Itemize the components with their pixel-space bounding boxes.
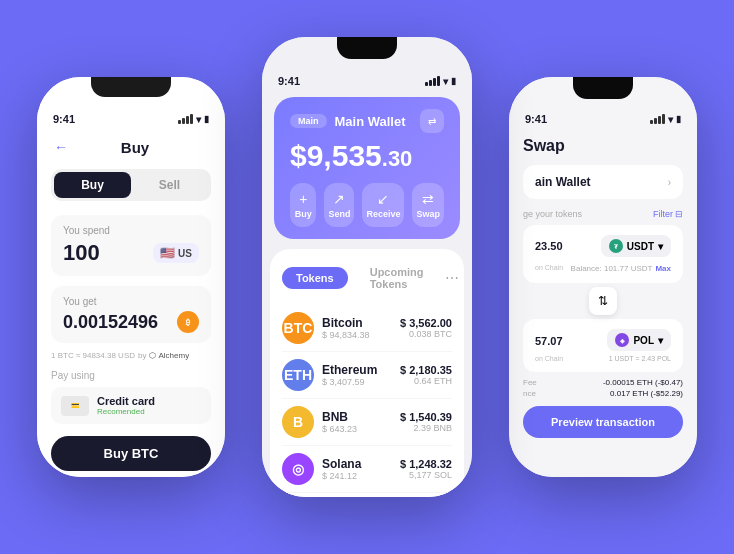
preview-transaction-button[interactable]: Preview transaction	[523, 406, 683, 438]
center-battery-icon: ▮	[451, 76, 456, 86]
upcoming-tab[interactable]: Upcoming Tokens	[356, 261, 438, 295]
swap-wallet-name: ain Wallet	[535, 175, 591, 189]
sell-tab[interactable]: Sell	[131, 172, 208, 198]
token-usd: $ 1,540.39	[400, 411, 452, 423]
buy-header: ← Buy	[37, 129, 225, 169]
action-send-button[interactable]: ↗ Send	[324, 183, 354, 227]
flag-icon: 🇺🇸	[160, 246, 175, 260]
right-wifi-icon: ▾	[668, 114, 673, 125]
from-bottom-row: on Chain Balance: 101.77 USDT Max	[535, 261, 671, 273]
balance-display: $9,535.30	[290, 139, 444, 173]
plus-icon: +	[294, 191, 312, 207]
buy-tab[interactable]: Buy	[54, 172, 131, 198]
from-input-top: 23.50 ₮ USDT ▾	[535, 235, 671, 257]
spend-section: You spend 100 🇺🇸 US	[51, 215, 211, 276]
max-button[interactable]: Max	[655, 264, 671, 273]
signal-icon	[178, 114, 193, 124]
token-name: Ethereum	[322, 363, 400, 377]
rate-text: 1 BTC ≈ 94834.38 USD	[51, 351, 135, 360]
left-notch	[91, 77, 171, 97]
buy-btc-button[interactable]: Buy BTC	[51, 436, 211, 471]
to-token-select[interactable]: ◈ POL ▾	[607, 329, 671, 351]
receive-icon: ↙	[366, 191, 400, 207]
wallet-name: Main Wallet	[335, 114, 420, 129]
token-info: Ethereum $ 3,407.59	[322, 363, 400, 387]
pay-card[interactable]: 💳 Credit card Recomended	[51, 387, 211, 424]
to-on-chain-label: on Chain	[535, 355, 563, 362]
token-info: Solana $ 241.12	[322, 457, 400, 481]
swap-wallet-row[interactable]: ain Wallet ›	[523, 165, 683, 199]
wifi-icon: ▾	[196, 114, 201, 125]
tokens-tab[interactable]: Tokens	[282, 267, 348, 289]
more-options-button[interactable]: ⋯	[445, 270, 459, 286]
token-amount: 0.038 BTC	[400, 329, 452, 339]
from-amount: 23.50	[535, 240, 563, 252]
fee-label: Fee	[523, 378, 537, 387]
right-status-bar: 9:41 ▾ ▮	[509, 105, 697, 129]
action-buy-button[interactable]: + Buy	[290, 183, 316, 227]
left-time: 9:41	[53, 113, 75, 125]
wallet-swap-icon[interactable]: ⇄	[420, 109, 444, 133]
swap-fee-info: Fee -0.00015 ETH (-$0.47) nce 0.017 ETH …	[523, 378, 683, 398]
right-time: 9:41	[525, 113, 547, 125]
token-list-item[interactable]: ETH Ethereum $ 3,407.59 $ 2,180.35 0.64 …	[282, 352, 452, 399]
swap-title: Swap	[509, 129, 697, 165]
token-name: Bitcoin	[322, 316, 400, 330]
token-amount: 0.64 ETH	[400, 376, 452, 386]
swap-phone: 9:41 ▾ ▮ Swap ain Wallet ›	[509, 77, 697, 477]
difference-value: 0.017 ETH (-$52.29)	[610, 389, 683, 398]
right-status-icons: ▾ ▮	[650, 114, 681, 125]
center-notch	[337, 37, 397, 59]
buy-title: Buy	[79, 139, 191, 156]
to-token-box: 57.07 ◈ POL ▾ on Chain 1 USDT = 2.43 POL	[523, 319, 683, 372]
provider-name: Alchemy	[158, 351, 189, 360]
token-name: BNB	[322, 410, 400, 424]
usdt-dot: ₮	[609, 239, 623, 253]
token-info: Bitcoin $ 94,834.38	[322, 316, 400, 340]
filter-button[interactable]: Filter ⊟	[653, 209, 683, 219]
to-chevron-icon: ▾	[658, 335, 663, 346]
token-price: $ 94,834.38	[322, 330, 400, 340]
currency-badge[interactable]: 🇺🇸 US	[153, 243, 199, 263]
to-token-name: POL	[633, 335, 654, 346]
to-input-top: 57.07 ◈ POL ▾	[535, 329, 671, 351]
wallet-card-header: Main Main Wallet ⇄	[290, 109, 444, 133]
token-list-item[interactable]: ₮ USDT $ 1.00 $ 1,004.24 1004.24 USDT	[282, 493, 452, 497]
token-list-item[interactable]: B BNB $ 643.23 $ 1,540.39 2.39 BNB	[282, 399, 452, 446]
swap-arrows-button[interactable]: ⇅	[589, 287, 617, 315]
swap-direction-arrow: ⇅	[509, 287, 697, 315]
token-list-item[interactable]: ◎ Solana $ 241.12 $ 1,248.32 5,177 SOL	[282, 446, 452, 493]
spend-label: You spend	[63, 225, 199, 236]
to-bottom-row: on Chain 1 USDT = 2.43 POL	[535, 355, 671, 362]
provider-logo: ⬡ Alchemy	[149, 351, 189, 360]
spend-amount[interactable]: 100	[63, 240, 100, 266]
from-chevron-icon: ▾	[658, 241, 663, 252]
action-receive-button[interactable]: ↙ Receive	[362, 183, 404, 227]
phones-container: 9:41 ▾ ▮ ← Buy Buy Sell	[17, 17, 717, 537]
balance-main: $9,535	[290, 139, 382, 172]
token-info: BNB $ 643.23	[322, 410, 400, 434]
to-rate: 1 USDT = 2.43 POL	[609, 355, 671, 362]
action-receive-label: Receive	[366, 209, 400, 219]
action-swap-button[interactable]: ⇄ Swap	[412, 183, 444, 227]
token-logo: BTC	[282, 312, 314, 344]
battery-icon: ▮	[204, 114, 209, 124]
difference-label: nce	[523, 389, 536, 398]
token-list-item[interactable]: BTC Bitcoin $ 94,834.38 $ 3,562.00 0.038…	[282, 305, 452, 352]
from-token-select[interactable]: ₮ USDT ▾	[601, 235, 671, 257]
token-balance: $ 2,180.35 0.64 ETH	[400, 364, 452, 386]
tokens-section: Tokens Upcoming Tokens ⋯ BTC Bitcoin $ 9…	[270, 249, 464, 497]
center-time: 9:41	[278, 75, 300, 87]
to-amount: 57.07	[535, 335, 563, 347]
action-send-label: Send	[328, 209, 350, 219]
balance-text: Balance: 101.77 USDT	[571, 264, 653, 273]
back-button[interactable]: ←	[51, 137, 71, 157]
get-section: You get 0.00152496 ₿	[51, 286, 211, 343]
from-amount-label: 23.50	[535, 240, 563, 252]
center-signal-icon	[425, 76, 440, 86]
from-token-name: USDT	[627, 241, 654, 252]
pol-dot: ◈	[615, 333, 629, 347]
fee-row: Fee -0.00015 ETH (-$0.47)	[523, 378, 683, 387]
recommended-badge: Recomended	[97, 407, 155, 416]
get-amount: 0.00152496	[63, 312, 158, 333]
